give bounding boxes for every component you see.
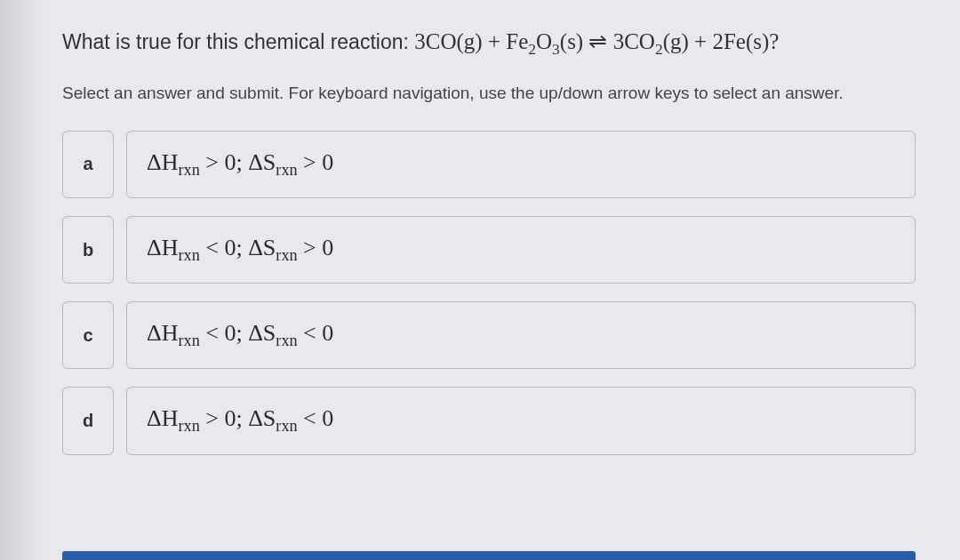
option-b[interactable]: b ΔHrxn < 0; ΔSrxn > 0: [62, 216, 916, 284]
option-c[interactable]: c ΔHrxn < 0; ΔSrxn < 0: [62, 301, 916, 369]
option-content-d: ΔHrxn > 0; ΔSrxn < 0: [126, 387, 916, 454]
progress-bar: [62, 551, 916, 560]
page-shadow: [0, 0, 44, 560]
option-a[interactable]: a ΔHrxn > 0; ΔSrxn > 0: [62, 131, 916, 198]
option-label-a: a: [62, 131, 114, 198]
options-list: a ΔHrxn > 0; ΔSrxn > 0 b ΔHrxn < 0; ΔSrx…: [62, 131, 916, 455]
question-prefix: What is true for this chemical reaction:: [62, 30, 414, 53]
question-equation: 3CO(g) + Fe2O3(s) ⇌ 3CO2(g) + 2Fe(s)?: [414, 29, 779, 53]
option-d[interactable]: d ΔHrxn > 0; ΔSrxn < 0: [62, 387, 916, 454]
instruction-text: Select an answer and submit. For keyboar…: [62, 82, 916, 106]
option-content-b: ΔHrxn < 0; ΔSrxn > 0: [126, 216, 916, 284]
option-content-c: ΔHrxn < 0; ΔSrxn < 0: [126, 301, 916, 369]
option-label-c: c: [62, 301, 114, 369]
option-label-d: d: [62, 387, 114, 454]
option-label-b: b: [62, 216, 114, 284]
question-text: What is true for this chemical reaction:…: [62, 25, 916, 60]
option-content-a: ΔHrxn > 0; ΔSrxn > 0: [126, 131, 916, 198]
